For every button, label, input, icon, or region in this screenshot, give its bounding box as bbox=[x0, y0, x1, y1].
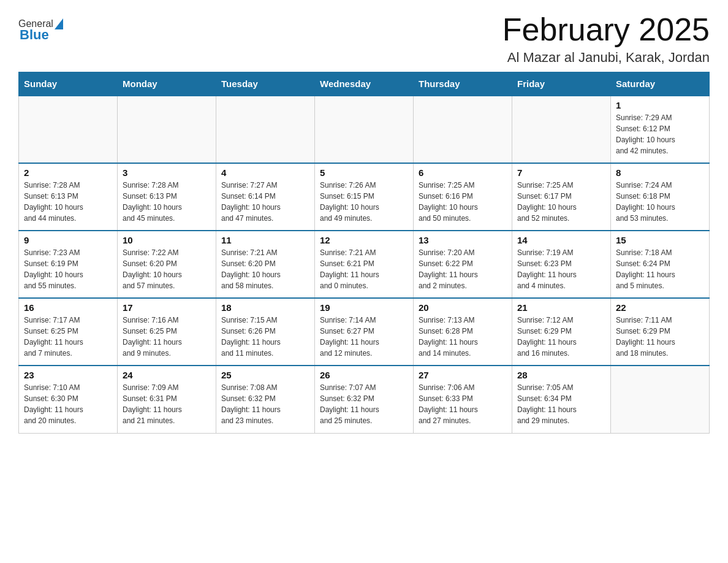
day-info: Sunrise: 7:07 AMSunset: 6:32 PMDaylight:… bbox=[320, 382, 408, 426]
calendar-cell: 22Sunrise: 7:11 AMSunset: 6:29 PMDayligh… bbox=[611, 298, 710, 366]
day-number: 8 bbox=[616, 167, 704, 178]
day-number: 11 bbox=[221, 235, 309, 245]
calendar-cell: 6Sunrise: 7:25 AMSunset: 6:16 PMDaylight… bbox=[414, 163, 512, 231]
day-of-week-header: Thursday bbox=[414, 72, 512, 96]
calendar-cell: 10Sunrise: 7:22 AMSunset: 6:20 PMDayligh… bbox=[118, 231, 216, 298]
month-title: February 2025 bbox=[502, 12, 710, 47]
day-info: Sunrise: 7:27 AMSunset: 6:14 PMDaylight:… bbox=[221, 180, 309, 224]
calendar-week-row: 23Sunrise: 7:10 AMSunset: 6:30 PMDayligh… bbox=[19, 366, 710, 433]
day-info: Sunrise: 7:29 AMSunset: 6:12 PMDaylight:… bbox=[616, 112, 704, 156]
calendar-cell: 11Sunrise: 7:21 AMSunset: 6:20 PMDayligh… bbox=[216, 231, 315, 298]
title-section: February 2025 Al Mazar al Janubi, Karak,… bbox=[502, 12, 710, 66]
calendar-cell: 24Sunrise: 7:09 AMSunset: 6:31 PMDayligh… bbox=[118, 366, 216, 433]
day-number: 24 bbox=[123, 370, 211, 380]
day-number: 3 bbox=[123, 167, 211, 178]
day-info: Sunrise: 7:21 AMSunset: 6:20 PMDaylight:… bbox=[221, 247, 309, 291]
calendar-cell bbox=[611, 366, 710, 433]
calendar-cell: 18Sunrise: 7:15 AMSunset: 6:26 PMDayligh… bbox=[216, 298, 315, 366]
day-number: 22 bbox=[616, 302, 704, 313]
calendar-cell: 16Sunrise: 7:17 AMSunset: 6:25 PMDayligh… bbox=[19, 298, 118, 366]
day-info: Sunrise: 7:23 AMSunset: 6:19 PMDaylight:… bbox=[24, 247, 112, 291]
day-number: 14 bbox=[517, 235, 605, 245]
calendar-cell: 15Sunrise: 7:18 AMSunset: 6:24 PMDayligh… bbox=[611, 231, 710, 298]
day-of-week-header: Wednesday bbox=[315, 72, 414, 96]
calendar-cell: 12Sunrise: 7:21 AMSunset: 6:21 PMDayligh… bbox=[315, 231, 414, 298]
day-info: Sunrise: 7:28 AMSunset: 6:13 PMDaylight:… bbox=[123, 180, 211, 224]
calendar-cell: 13Sunrise: 7:20 AMSunset: 6:22 PMDayligh… bbox=[414, 231, 512, 298]
day-number: 6 bbox=[419, 167, 507, 178]
day-info: Sunrise: 7:09 AMSunset: 6:31 PMDaylight:… bbox=[123, 382, 211, 426]
day-info: Sunrise: 7:25 AMSunset: 6:17 PMDaylight:… bbox=[517, 180, 605, 224]
day-info: Sunrise: 7:18 AMSunset: 6:24 PMDaylight:… bbox=[616, 247, 704, 291]
day-info: Sunrise: 7:25 AMSunset: 6:16 PMDaylight:… bbox=[419, 180, 507, 224]
calendar-cell: 26Sunrise: 7:07 AMSunset: 6:32 PMDayligh… bbox=[315, 366, 414, 433]
calendar-cell: 19Sunrise: 7:14 AMSunset: 6:27 PMDayligh… bbox=[315, 298, 414, 366]
day-info: Sunrise: 7:16 AMSunset: 6:25 PMDaylight:… bbox=[123, 315, 211, 359]
day-of-week-header: Friday bbox=[512, 72, 611, 96]
calendar-cell: 5Sunrise: 7:26 AMSunset: 6:15 PMDaylight… bbox=[315, 163, 414, 231]
calendar-week-row: 9Sunrise: 7:23 AMSunset: 6:19 PMDaylight… bbox=[19, 231, 710, 298]
day-info: Sunrise: 7:15 AMSunset: 6:26 PMDaylight:… bbox=[221, 315, 309, 359]
day-number: 16 bbox=[24, 302, 112, 313]
day-number: 17 bbox=[123, 302, 211, 313]
day-number: 15 bbox=[616, 235, 704, 245]
day-number: 27 bbox=[419, 370, 507, 380]
day-info: Sunrise: 7:05 AMSunset: 6:34 PMDaylight:… bbox=[517, 382, 605, 426]
calendar-cell bbox=[512, 96, 611, 163]
calendar-cell: 20Sunrise: 7:13 AMSunset: 6:28 PMDayligh… bbox=[414, 298, 512, 366]
day-info: Sunrise: 7:28 AMSunset: 6:13 PMDaylight:… bbox=[24, 180, 112, 224]
calendar-week-row: 16Sunrise: 7:17 AMSunset: 6:25 PMDayligh… bbox=[19, 298, 710, 366]
day-number: 20 bbox=[419, 302, 507, 313]
day-number: 25 bbox=[221, 370, 309, 380]
calendar-cell: 23Sunrise: 7:10 AMSunset: 6:30 PMDayligh… bbox=[19, 366, 118, 433]
day-number: 18 bbox=[221, 302, 309, 313]
day-number: 5 bbox=[320, 167, 408, 178]
day-info: Sunrise: 7:08 AMSunset: 6:32 PMDaylight:… bbox=[221, 382, 309, 426]
day-number: 9 bbox=[24, 235, 112, 245]
day-number: 12 bbox=[320, 235, 408, 245]
day-info: Sunrise: 7:13 AMSunset: 6:28 PMDaylight:… bbox=[419, 315, 507, 359]
day-of-week-header: Tuesday bbox=[216, 72, 315, 96]
calendar-cell bbox=[216, 96, 315, 163]
day-number: 23 bbox=[24, 370, 112, 380]
calendar-header-row: SundayMondayTuesdayWednesdayThursdayFrid… bbox=[19, 72, 710, 96]
calendar-cell: 2Sunrise: 7:28 AMSunset: 6:13 PMDaylight… bbox=[19, 163, 118, 231]
calendar-cell: 4Sunrise: 7:27 AMSunset: 6:14 PMDaylight… bbox=[216, 163, 315, 231]
page-header: General Blue February 2025 Al Mazar al J… bbox=[18, 12, 710, 66]
logo: General Blue bbox=[18, 18, 64, 43]
day-number: 13 bbox=[419, 235, 507, 245]
calendar-cell bbox=[118, 96, 216, 163]
calendar-cell: 3Sunrise: 7:28 AMSunset: 6:13 PMDaylight… bbox=[118, 163, 216, 231]
calendar-cell: 25Sunrise: 7:08 AMSunset: 6:32 PMDayligh… bbox=[216, 366, 315, 433]
location-text: Al Mazar al Janubi, Karak, Jordan bbox=[502, 50, 710, 66]
calendar-cell: 28Sunrise: 7:05 AMSunset: 6:34 PMDayligh… bbox=[512, 366, 611, 433]
calendar-cell: 7Sunrise: 7:25 AMSunset: 6:17 PMDaylight… bbox=[512, 163, 611, 231]
day-number: 4 bbox=[221, 167, 309, 178]
day-number: 1 bbox=[616, 100, 704, 110]
calendar-cell: 9Sunrise: 7:23 AMSunset: 6:19 PMDaylight… bbox=[19, 231, 118, 298]
calendar-cell bbox=[19, 96, 118, 163]
calendar-cell: 21Sunrise: 7:12 AMSunset: 6:29 PMDayligh… bbox=[512, 298, 611, 366]
day-info: Sunrise: 7:11 AMSunset: 6:29 PMDaylight:… bbox=[616, 315, 704, 359]
logo-triangle-icon bbox=[55, 18, 63, 29]
day-of-week-header: Sunday bbox=[19, 72, 118, 96]
calendar-cell: 1Sunrise: 7:29 AMSunset: 6:12 PMDaylight… bbox=[611, 96, 710, 163]
day-number: 10 bbox=[123, 235, 211, 245]
calendar-cell: 14Sunrise: 7:19 AMSunset: 6:23 PMDayligh… bbox=[512, 231, 611, 298]
day-of-week-header: Saturday bbox=[611, 72, 710, 96]
calendar-cell bbox=[315, 96, 414, 163]
logo-blue-text: Blue bbox=[20, 27, 49, 43]
day-info: Sunrise: 7:21 AMSunset: 6:21 PMDaylight:… bbox=[320, 247, 408, 291]
day-info: Sunrise: 7:17 AMSunset: 6:25 PMDaylight:… bbox=[24, 315, 112, 359]
day-info: Sunrise: 7:22 AMSunset: 6:20 PMDaylight:… bbox=[123, 247, 211, 291]
day-number: 28 bbox=[517, 370, 605, 380]
day-number: 21 bbox=[517, 302, 605, 313]
day-number: 26 bbox=[320, 370, 408, 380]
calendar-cell: 17Sunrise: 7:16 AMSunset: 6:25 PMDayligh… bbox=[118, 298, 216, 366]
day-number: 2 bbox=[24, 167, 112, 178]
day-info: Sunrise: 7:19 AMSunset: 6:23 PMDaylight:… bbox=[517, 247, 605, 291]
day-number: 7 bbox=[517, 167, 605, 178]
day-info: Sunrise: 7:10 AMSunset: 6:30 PMDaylight:… bbox=[24, 382, 112, 426]
calendar-cell bbox=[414, 96, 512, 163]
day-info: Sunrise: 7:20 AMSunset: 6:22 PMDaylight:… bbox=[419, 247, 507, 291]
